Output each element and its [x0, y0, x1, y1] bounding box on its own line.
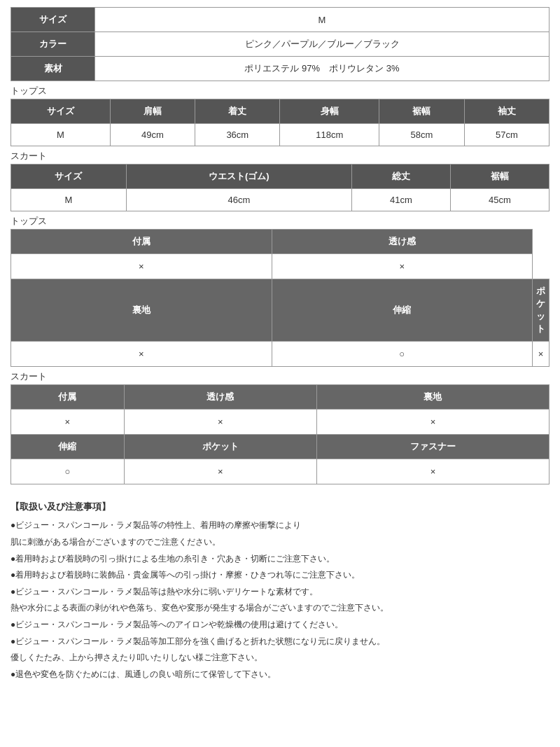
skirt-section-label: スカート [10, 150, 550, 162]
skirt-feature-header-shinshuku: 伸縮 [11, 435, 125, 459]
tops-feature-value-sukegara: × [272, 254, 533, 279]
tops-feature-value-shinshuku: ○ [272, 342, 533, 367]
info-value: ピンク／パープル／ブルー／ブラック [95, 32, 550, 57]
skirt-feature-value-sukegara: × [124, 410, 316, 435]
skirt-feature-header-uraji: 裏地 [316, 385, 549, 410]
notes-item: ●退色や変色を防ぐためには、風通しの良い暗所にて保管して下さい。 [10, 667, 550, 683]
tops-size-cell: 36cm [195, 124, 280, 146]
notes-item: 優しくたたみ、上から押さえたり叩いたりしない様ご注意下さい。 [10, 650, 550, 666]
skirt-features-table: 付属 透け感 裏地 × × × 伸縮 ポケット ファスナー ○ × × [10, 384, 550, 484]
skirt-feature-header-pocket: ポケット [124, 435, 316, 459]
skirt-feature-value-pocket: × [124, 459, 316, 484]
skirt-size-header: ウエスト(ゴム) [126, 165, 351, 189]
tops-size-header: 肩幅 [110, 99, 195, 124]
skirt-feature-value-fuzoku: × [11, 410, 125, 435]
skirt-size-table: サイズウエスト(ゴム)総丈裾幅 M46cm41cm45cm [10, 164, 550, 211]
tops-size-header: 袖丈 [464, 99, 549, 124]
notes-title: 【取扱い及び注意事項】 [10, 498, 550, 515]
tops-size-cell: 57cm [464, 124, 549, 146]
tops-size-cell: M [11, 124, 111, 146]
skirt-size-header: 裾幅 [450, 165, 549, 189]
skirt-size-header: サイズ [11, 165, 127, 189]
skirt-feature-header-fuzoku: 付属 [11, 385, 125, 410]
skirt-size-header: 総丈 [351, 165, 450, 189]
tops-size-header: 裾幅 [379, 99, 464, 124]
skirt-size-cell: M [11, 189, 127, 211]
info-label: サイズ [11, 8, 95, 32]
tops-feature-section-label: トップス [10, 215, 550, 228]
info-value: ポリエステル 97% ポリウレタン 3% [95, 57, 550, 81]
notes-item: ●ビジュー・スパンコール・ラメ製品等の特性上、着用時の摩擦や衝撃により [10, 518, 550, 533]
notes-item: ●ビジュー・スパンコール・ラメ製品等へのアイロンや乾燥機の使用は避けてください。 [10, 617, 550, 633]
tops-feature-value-uraji: × [11, 342, 272, 367]
info-label: 素材 [11, 57, 95, 81]
skirt-size-cell: 45cm [450, 189, 549, 211]
tops-feature-header-fuzoku: 付属 [11, 230, 272, 254]
skirt-feature-section-label: スカート [10, 370, 550, 383]
tops-feature-value-pocket: × [533, 342, 550, 367]
skirt-feature-header-sukegara: 透け感 [124, 385, 316, 410]
skirt-feature-header-fastener: ファスナー [316, 435, 549, 459]
skirt-size-cell: 41cm [351, 189, 450, 211]
skirt-feature-value-shinshuku: ○ [11, 459, 125, 484]
tops-feature-value-fuzoku: × [11, 254, 272, 279]
tops-feature-header-uraji: 裏地 [11, 279, 272, 342]
notes-item: ●ビジュー・スパンコール・ラメ製品等加工部分を強く曲げると折れた状態になり元に戻… [10, 634, 550, 650]
info-table: サイズMカラーピンク／パープル／ブルー／ブラック素材ポリエステル 97% ポリウ… [10, 7, 550, 81]
skirt-feature-value-uraji: × [316, 410, 549, 435]
info-value: M [95, 8, 550, 32]
skirt-feature-value-fastener: × [316, 459, 549, 484]
tops-feature-header-pocket: ポケット [533, 279, 550, 342]
tops-size-cell: 49cm [110, 124, 195, 146]
tops-size-header: サイズ [11, 99, 111, 124]
notes-item: ●着用時および着脱時に装飾品・貴金属等への引っ掛け・摩擦・ひきつれ等にご注意下さ… [10, 568, 550, 583]
tops-size-header: 身幅 [280, 99, 379, 124]
tops-feature-header-shinshuku: 伸縮 [272, 279, 533, 342]
notes-item: 肌に刺激がある場合がございますのでご注意ください。 [10, 535, 550, 550]
tops-feature-header-sukegara: 透け感 [272, 230, 533, 254]
tops-size-cell: 118cm [280, 124, 379, 146]
tops-features-table: 付属 透け感 × × 裏地 伸縮 ポケット × ○ × [10, 229, 550, 367]
tops-size-header: 着丈 [195, 99, 280, 124]
notes-item: ●着用時および着脱時の引っ掛けによる生地の糸引き・穴あき・切断にご注意下さい。 [10, 552, 550, 567]
notes-section: 【取扱い及び注意事項】 ●ビジュー・スパンコール・ラメ製品等の特性上、着用時の摩… [10, 498, 550, 682]
notes-item: 熱や水分による表面の剥がれや色落ち、変色や変形が発生する場合がございますのでご注… [10, 601, 550, 616]
notes-item: ●ビジュー・スパンコール・ラメ製品等は熱や水分に弱いデリケートな素材です。 [10, 585, 550, 600]
tops-section-label: トップス [10, 85, 550, 97]
tops-size-table: サイズ肩幅着丈身幅裾幅袖丈 M49cm36cm118cm58cm57cm [10, 99, 550, 146]
tops-size-cell: 58cm [379, 124, 464, 146]
skirt-size-cell: 46cm [126, 189, 351, 211]
info-label: カラー [11, 32, 95, 57]
